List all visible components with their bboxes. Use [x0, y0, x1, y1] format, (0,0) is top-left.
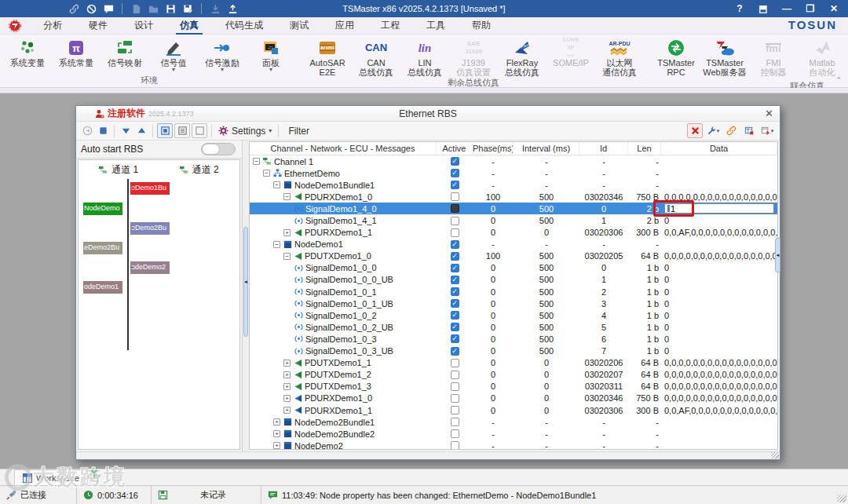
ribbon-button-TSMaster[interactable]: TSMasterWeb服务器: [700, 36, 749, 77]
expand-expander-icon[interactable]: +: [283, 395, 291, 402]
expand-expander-icon[interactable]: +: [283, 407, 291, 414]
expand-expander-icon[interactable]: +: [273, 442, 280, 449]
active-checkbox[interactable]: [451, 382, 459, 391]
collapse-expander-icon[interactable]: −: [253, 158, 260, 165]
data-cell[interactable]: 1: [661, 203, 777, 214]
table-row-EthernetDemo[interactable]: −EthernetDemo✓----: [250, 167, 777, 179]
topology-node[interactable]: eDemo1Bu: [130, 182, 170, 195]
table-row-SignalDemo1_0_1_UB[interactable]: SignalDemo1_0_1_UB✓050031 b0: [250, 298, 777, 309]
column-header-Channel - Network - ECU - Messages[interactable]: Channel - Network - ECU - Messages: [250, 142, 437, 155]
settings-button[interactable]: Settings▾: [215, 126, 275, 137]
window-resize-grip[interactable]: [837, 495, 846, 502]
collapse-expander-icon[interactable]: −: [283, 193, 291, 200]
column-header-Data[interactable]: Data: [661, 142, 777, 155]
pin-window-button-icon[interactable]: ⬒: [752, 2, 774, 16]
active-checkbox[interactable]: [451, 441, 459, 450]
open-folder-icon[interactable]: [147, 2, 159, 15]
ribbon-button-以太网[interactable]: AR-PDU以太网通信仿真: [595, 36, 644, 77]
menu-tab-代码生成[interactable]: 代码生成: [212, 17, 276, 35]
new-file-icon[interactable]: [130, 2, 142, 15]
minimize-button-icon[interactable]: —: [776, 2, 798, 16]
table-row-SignalDemo1_0_1[interactable]: SignalDemo1_0_1✓050021 b0: [250, 286, 777, 298]
table-row-SignalDemo1_4_0[interactable]: SignalDemo1_4_0050002 b1: [250, 203, 777, 214]
data-edit-input[interactable]: 1: [664, 203, 774, 214]
link-icon[interactable]: [68, 2, 80, 15]
table-row-SignalDemo1_4_1[interactable]: SignalDemo1_4_1050012 b0: [250, 214, 777, 226]
collapse-expander-icon[interactable]: −: [263, 170, 270, 177]
table-row-Channel 1[interactable]: −Channel 1✓----: [250, 155, 777, 167]
workspace-tab[interactable]: Workspace: [14, 469, 88, 485]
table-row-PDURXDemo1_1[interactable]: +PDURXDemo1_10003020306300 B0,0,AF,0,0,0…: [250, 404, 777, 416]
active-checkbox[interactable]: ✓: [451, 276, 459, 284]
active-checkbox[interactable]: [451, 192, 459, 201]
channel2-header[interactable]: 通道 2: [159, 163, 240, 177]
table-row-NodeDemo1[interactable]: −NodeDemo1✓----: [250, 239, 777, 250]
export-window-button[interactable]: ▾: [759, 123, 775, 138]
menu-tab-仿真[interactable]: 仿真: [166, 17, 212, 35]
right-splitter-collapse-handle[interactable]: ◄: [775, 238, 780, 272]
clear-filter-button[interactable]: [687, 123, 703, 138]
move-up-button[interactable]: [133, 123, 149, 138]
active-checkbox[interactable]: [451, 371, 459, 379]
maximize-button-icon[interactable]: ❐: [799, 2, 821, 16]
table-row-SignalDemo1_0_0_UB[interactable]: SignalDemo1_0_0_UB✓050011 b0: [250, 274, 777, 286]
active-checkbox[interactable]: ✓: [451, 252, 459, 261]
channel1-header[interactable]: 通道 1: [79, 163, 159, 177]
topology-node[interactable]: odeDemo1: [83, 281, 122, 294]
menu-tab-硬件[interactable]: 硬件: [75, 17, 121, 35]
collapse-expander-icon[interactable]: −: [273, 241, 280, 248]
ribbon-button-面板[interactable]: -□面板▾: [247, 36, 295, 72]
active-checkbox[interactable]: ✓: [451, 323, 459, 331]
dialog-close-icon[interactable]: ✕: [765, 108, 773, 119]
view-compact-button[interactable]: [157, 123, 173, 138]
table-row-PDUTXDemo1_1[interactable]: +PDUTXDemo1_1000302020664 B0,0,0,0,0,0,0…: [250, 357, 777, 369]
register-software[interactable]: 注册软件 2025.4.2.1373: [76, 107, 194, 120]
expand-expander-icon[interactable]: +: [273, 430, 280, 437]
link-database-button[interactable]: [723, 123, 739, 138]
active-checkbox[interactable]: ✓: [451, 334, 459, 343]
tsmaster-logo-icon[interactable]: [0, 20, 30, 32]
active-checkbox[interactable]: [451, 429, 459, 438]
ribbon-button-信号激励[interactable]: 信号激励▾: [198, 36, 247, 72]
table-row-PDURXDemo1_0[interactable]: −PDURXDemo1_010050003020346750 B0,0,0,0,…: [250, 191, 777, 203]
menu-tab-测试[interactable]: 测试: [276, 17, 322, 35]
help-button-icon[interactable]: ?: [729, 2, 751, 16]
auto-start-toggle[interactable]: [201, 143, 236, 155]
menu-tab-帮助[interactable]: 帮助: [459, 17, 504, 35]
collapse-expander-icon[interactable]: −: [283, 253, 291, 260]
active-checkbox[interactable]: [451, 394, 459, 403]
menu-tab-设计[interactable]: 设计: [121, 17, 166, 35]
disconnect-icon[interactable]: [85, 2, 97, 15]
active-checkbox[interactable]: [451, 418, 459, 426]
active-checkbox[interactable]: [451, 406, 459, 415]
expand-expander-icon[interactable]: +: [283, 360, 291, 367]
table-row-SignalDemo1_0_3[interactable]: SignalDemo1_0_3✓050061 b0: [250, 333, 777, 345]
table-row-NodeDemo2[interactable]: +NodeDemo2----: [250, 440, 777, 450]
table-row-PDUTXDemo1_2[interactable]: +PDUTXDemo1_2000302020764 B0,0,0,0,0,0,0…: [250, 369, 777, 381]
active-checkbox[interactable]: [451, 228, 459, 237]
column-header-Phase(ms)[interactable]: Phase(ms): [473, 142, 514, 155]
column-header-Id[interactable]: Id: [579, 142, 628, 155]
tools-wrench-button[interactable]: ▾: [705, 123, 721, 138]
ribbon-button-系统常量[interactable]: π系统常量: [52, 36, 101, 68]
ribbon-button-AutoSAR[interactable]: arxmlAutoSARE2E: [303, 36, 352, 77]
active-checkbox[interactable]: [451, 359, 459, 367]
column-header-Interval (ms)[interactable]: Interval (ms): [514, 142, 579, 155]
active-checkbox[interactable]: ✓: [451, 169, 459, 177]
ribbon-button-系统变量[interactable]: 系统变量: [3, 36, 52, 68]
topology-node[interactable]: eDemo2Bu: [83, 242, 122, 254]
topology-node[interactable]: odeDemo2: [130, 261, 170, 274]
table-row-SignalDemo1_0_0[interactable]: SignalDemo1_0_0✓050001 b0: [250, 262, 777, 274]
menu-tab-工程[interactable]: 工程: [367, 17, 413, 35]
menu-tab-工具[interactable]: 工具: [413, 17, 459, 35]
active-checkbox[interactable]: ✓: [451, 264, 459, 272]
view-list-button[interactable]: [174, 123, 190, 138]
move-down-button[interactable]: [118, 123, 133, 138]
stop-rbs-button[interactable]: [95, 123, 111, 138]
expand-expander-icon[interactable]: +: [283, 383, 291, 390]
ribbon-button-信号值[interactable]: 信号值▾: [149, 36, 198, 72]
ribbon-button-信号映射[interactable]: 信号映射: [101, 36, 149, 68]
active-checkbox[interactable]: ✓: [451, 311, 459, 320]
active-checkbox[interactable]: ✓: [451, 181, 459, 189]
expand-expander-icon[interactable]: +: [273, 418, 280, 425]
